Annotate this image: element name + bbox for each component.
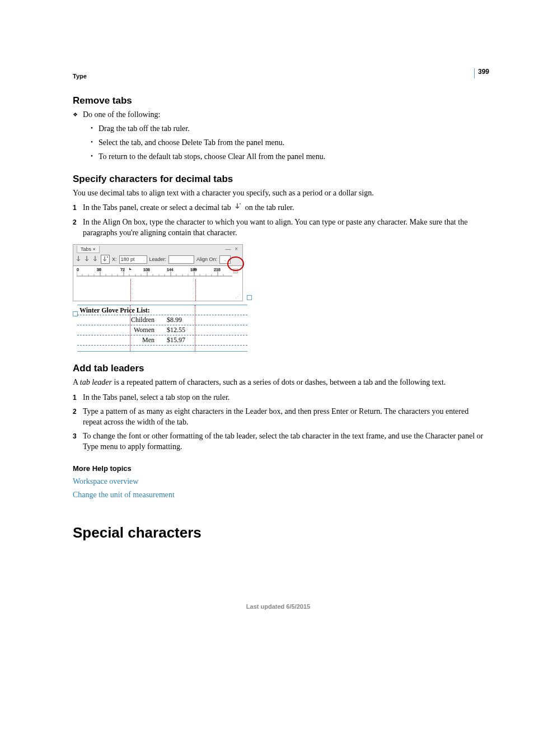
left-tab-icon <box>76 255 82 263</box>
example-cat-3: Men <box>77 336 165 344</box>
decimal-tab-button-selected <box>101 255 110 264</box>
leaders-step-1: In the Tabs panel, select a tab stop on … <box>83 393 484 403</box>
svg-text:144: 144 <box>167 268 174 272</box>
svg-text:108: 108 <box>143 268 150 272</box>
chapter-label: Type <box>73 73 484 80</box>
remove-tabs-bullet-3: To return to the default tab stops, choo… <box>91 152 484 162</box>
svg-text:216: 216 <box>214 268 221 272</box>
step-number-2: 2 <box>73 217 83 227</box>
x-label: X: <box>112 256 117 262</box>
heading-decimal-tabs: Specify characters for decimal tabs <box>73 174 484 185</box>
tab-ruler: 0 36 72 108 144 180 216 <box>73 265 242 279</box>
svg-text:72: 72 <box>120 268 125 272</box>
example-cat-1: Children <box>77 316 165 324</box>
leader-label: Leader: <box>149 256 167 262</box>
heading-add-tab-leaders: Add tab leaders <box>73 363 484 374</box>
footer-last-updated: Last updated 6/5/2015 <box>73 603 484 610</box>
remove-tabs-bullet-1: Drag the tab off the tab ruler. <box>91 124 484 134</box>
decimal-tab-icon <box>235 203 241 214</box>
remove-tabs-bullet-2: Select the tab, and choose Delete Tab fr… <box>91 138 484 148</box>
link-workspace-overview[interactable]: Workspace overview <box>73 477 138 486</box>
alignon-highlight-circle <box>227 256 244 271</box>
svg-point-1 <box>240 203 241 204</box>
svg-text:0: 0 <box>77 268 79 272</box>
svg-point-6 <box>107 256 108 258</box>
panel-whitespace: ⋰ <box>73 279 242 301</box>
decimal-step-1: In the Tabs panel, create or select a de… <box>83 203 484 214</box>
decimal-tabs-intro: You use decimal tabs to align text with … <box>73 188 484 199</box>
panel-title: Tabs × <box>77 246 100 253</box>
svg-marker-41 <box>129 268 132 270</box>
center-tab-icon <box>84 255 90 263</box>
step-number-1: 1 <box>73 203 83 213</box>
link-change-unit[interactable]: Change the unit of measurement <box>73 491 175 500</box>
example-cat-2: Women <box>77 326 165 334</box>
tab-leaders-intro: A tab leader is a repeated pattern of ch… <box>73 377 484 388</box>
heading-special-characters: Special characters <box>73 524 484 542</box>
heading-remove-tabs: Remove tabs <box>73 95 484 106</box>
leaders-step-3: To change the font or other formatting o… <box>83 431 484 452</box>
remove-tabs-intro: Do one of the following: <box>83 110 484 120</box>
tabs-panel-illustration: — × Tabs × X: 180 pt Leader: Align On: . <box>73 244 243 352</box>
leaders-step-num-3: 3 <box>73 431 83 441</box>
leaders-step-2: Type a pattern of as many as eight chara… <box>83 407 484 428</box>
leaders-step-num-1: 1 <box>73 393 83 403</box>
x-field: 180 pt <box>119 255 147 264</box>
example-title: Winter Glove Price List: <box>77 305 247 315</box>
diamond-bullet-icon: ❖ <box>73 110 83 120</box>
leaders-step-num-2: 2 <box>73 407 83 417</box>
alignon-label: Align On: <box>196 256 217 262</box>
svg-text:36: 36 <box>97 268 101 272</box>
panel-close-icons: — × <box>225 246 239 252</box>
more-help-heading: More Help topics <box>73 464 484 473</box>
decimal-step-2: In the Align On box, type the character … <box>83 217 484 239</box>
page-number: 399 <box>474 68 489 78</box>
right-tab-icon <box>92 255 99 263</box>
leader-field <box>168 255 194 264</box>
